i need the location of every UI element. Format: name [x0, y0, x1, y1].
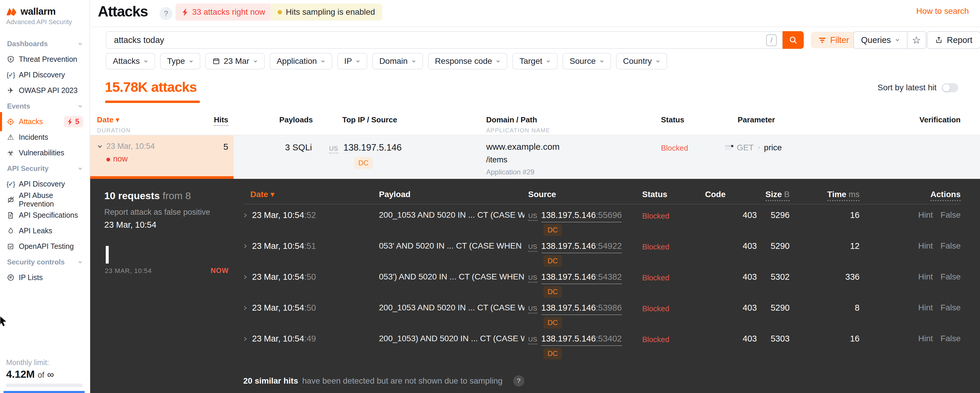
- hit-row[interactable]: 23 Mar, 10:54:50 053') AND 5020 IN ... C…: [243, 266, 961, 297]
- detail-time: 23 Mar, 10:54: [104, 220, 156, 230]
- hit-payload[interactable]: 200_1053 AND 5020 IN ... CT (CASE WHEN..…: [379, 210, 524, 220]
- sidebar-item-api-specifications[interactable]: API Specifications: [0, 208, 90, 223]
- brand-name: wallarm: [21, 6, 56, 17]
- hit-row[interactable]: 23 Mar, 10:54:49 200_1053) AND 5020 IN .…: [243, 328, 961, 359]
- attack-row-expanded[interactable]: 23 Mar, 10:54 now 5 3 SQLi US 138.197.5.…: [90, 135, 980, 179]
- column-hits[interactable]: Hits: [214, 115, 228, 126]
- help-icon[interactable]: ?: [159, 7, 172, 20]
- hint-link[interactable]: Hint: [918, 241, 933, 251]
- expand-chevron-icon[interactable]: [243, 305, 247, 311]
- svg-text:IP: IP: [9, 276, 12, 279]
- monthly-limit-value: 4.12M of ∞: [6, 368, 54, 380]
- hit-payload[interactable]: 053') AND 5020 IN ... CT (CASE WHEN (50: [379, 272, 524, 281]
- sidebar-section-api-security[interactable]: API Security: [0, 161, 90, 176]
- sidebar-item-api-leaks[interactable]: API Leaks: [0, 223, 90, 238]
- sidebar-item-api-discovery[interactable]: {✓} API Discovery: [0, 67, 90, 83]
- false-link[interactable]: False: [941, 334, 961, 343]
- false-link[interactable]: False: [941, 210, 961, 220]
- false-link[interactable]: False: [941, 272, 961, 281]
- column-date[interactable]: Date ▾: [250, 190, 275, 199]
- sidebar-section-dashboards[interactable]: Dashboards: [0, 36, 90, 51]
- datacenter-badge: DC: [354, 157, 373, 169]
- column-status: Status: [642, 190, 705, 199]
- chip-domain[interactable]: Domain: [372, 53, 423, 69]
- report-button[interactable]: Report: [927, 31, 980, 49]
- how-to-search-link[interactable]: How to search: [916, 6, 969, 16]
- expand-chevron-icon[interactable]: [243, 243, 247, 249]
- search-bar: /: [106, 31, 783, 49]
- sidebar-item-openapi-testing[interactable]: OpenAPI Testing: [0, 238, 90, 254]
- column-actions[interactable]: Actions: [931, 190, 961, 201]
- sidebar-item-attacks[interactable]: Attacks 5: [0, 114, 90, 129]
- hint-link[interactable]: Hint: [918, 272, 933, 281]
- hit-seconds: :50: [304, 272, 316, 281]
- chip-response-code[interactable]: Response code: [428, 53, 508, 69]
- search-button[interactable]: [783, 31, 804, 49]
- hit-row[interactable]: 23 Mar, 10:54:50 200_1053 AND 5020 IN ..…: [243, 297, 961, 328]
- hit-time: 12: [790, 241, 859, 251]
- chip-label: 23 Mar: [224, 56, 250, 66]
- sidebar-item-label: OpenAPI Testing: [19, 242, 74, 251]
- sort-toggle[interactable]: [942, 83, 958, 93]
- sidebar-item-ip-lists[interactable]: IP IP Lists: [0, 270, 90, 285]
- chevron-down-icon: [189, 60, 193, 63]
- column-parameter: Parameter: [738, 115, 775, 124]
- chip-date[interactable]: 23 Mar: [205, 53, 265, 69]
- sidebar-item-api-abuse-prevention[interactable]: API Abuse Prevention: [0, 192, 90, 208]
- collapse-chevron-icon[interactable]: [97, 144, 103, 149]
- chip-ip[interactable]: IP: [337, 53, 367, 69]
- sidebar: wallarm Advanced API Security Dashboards…: [0, 0, 90, 393]
- hits-table-header: Date ▾ Payload Source Status Code Size B…: [243, 189, 961, 199]
- filter-button[interactable]: Filter: [811, 32, 857, 48]
- wallarm-logo-icon: [6, 7, 18, 16]
- hit-payload[interactable]: 200_1053) AND 5020 IN ... CT (CASE WHE..…: [379, 334, 524, 343]
- hit-row[interactable]: 23 Mar, 10:54:51 053' AND 5020 IN ... CT…: [243, 235, 961, 266]
- chip-source[interactable]: Source: [563, 53, 611, 69]
- false-link[interactable]: False: [941, 241, 961, 251]
- sidebar-item-owasp-api-2023[interactable]: ✈ OWASP API 2023: [0, 83, 90, 98]
- attack-payloads[interactable]: 3 SQLi: [285, 142, 312, 152]
- chip-target[interactable]: Target: [512, 53, 558, 69]
- favorite-star-button[interactable]: ☆: [907, 32, 926, 48]
- infinity-symbol: ∞: [47, 369, 54, 380]
- sidebar-item-vulnerabilities[interactable]: ☣ Vulnerabilities: [0, 145, 90, 161]
- expand-chevron-icon[interactable]: [243, 336, 247, 342]
- sidebar-section-security-controls[interactable]: Security controls: [0, 254, 90, 270]
- bolt-icon: [68, 118, 73, 125]
- column-date[interactable]: Date ▾: [97, 115, 119, 124]
- queries-button[interactable]: Queries: [854, 32, 907, 48]
- hit-payload[interactable]: 200_1053 AND 5020 IN ... CT (CASE WHEN..…: [379, 303, 524, 312]
- chip-type[interactable]: Type: [160, 53, 200, 69]
- monthly-limit-label: Monthly limit:: [6, 358, 49, 367]
- hint-link[interactable]: Hint: [918, 303, 933, 312]
- chip-label: Application: [277, 56, 317, 66]
- column-time[interactable]: Time ms: [827, 190, 859, 201]
- expand-chevron-icon[interactable]: [243, 212, 247, 218]
- chip-country[interactable]: Country: [616, 53, 667, 69]
- chip-application[interactable]: Application: [270, 53, 332, 69]
- help-icon[interactable]: ?: [513, 375, 524, 387]
- sidebar-section-events[interactable]: Events: [0, 98, 90, 114]
- attack-ip[interactable]: 138.197.5.146: [344, 142, 402, 153]
- chip-attacks[interactable]: Attacks: [106, 53, 155, 69]
- report-false-positive-link[interactable]: Report attack as false positive: [104, 208, 210, 217]
- warning-triangle-icon: ⚠: [6, 133, 15, 142]
- hint-link[interactable]: Hint: [918, 210, 933, 220]
- expand-chevron-icon[interactable]: [243, 274, 247, 280]
- sidebar-item-api-discovery-2[interactable]: {✓} API Discovery: [0, 176, 90, 192]
- column-size[interactable]: Size B: [765, 190, 790, 201]
- search-input[interactable]: [107, 32, 782, 48]
- attack-parameter[interactable]: price: [764, 143, 782, 152]
- hit-payload[interactable]: 053' AND 5020 IN ... CT (CASE WHEN (50 .…: [379, 241, 524, 251]
- hit-row[interactable]: 23 Mar, 10:54:52 200_1053 AND 5020 IN ..…: [243, 204, 961, 235]
- hint-link[interactable]: Hint: [918, 334, 933, 343]
- filter-icon: [818, 37, 826, 43]
- brand[interactable]: wallarm: [6, 6, 56, 17]
- hit-status: Blocked: [642, 334, 705, 344]
- sidebar-item-threat-prevention[interactable]: Threat Prevention: [0, 51, 90, 67]
- hit-date: 23 Mar, 10:54: [252, 303, 304, 312]
- attacks-right-now-badge[interactable]: 33 attacks right now: [175, 3, 272, 21]
- sidebar-item-incidents[interactable]: ⚠ Incidents: [0, 129, 90, 145]
- false-link[interactable]: False: [941, 303, 961, 312]
- sidebar-item-label: API Abuse Prevention: [19, 191, 83, 208]
